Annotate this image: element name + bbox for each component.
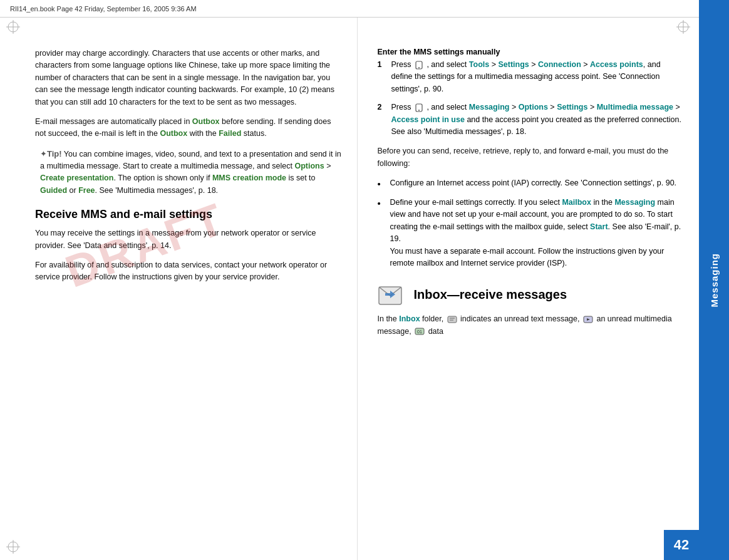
bullet-list: • Configure an Internet access point (IA…	[378, 177, 685, 269]
tip-or: or	[67, 186, 78, 195]
right-tab: Messaging	[699, 0, 729, 560]
outbox-link1[interactable]: Outbox	[192, 117, 220, 126]
tip-gt: >	[324, 162, 331, 170]
tip-block: ✦Tip! You can combine images, video, sou…	[35, 148, 342, 197]
bullet2-prefix: Define your e-mail settings correctly. I…	[390, 198, 562, 207]
right-column: Enter the MMS settings manually 1 Press …	[358, 18, 700, 560]
left-column: provider may charge accordingly. Charact…	[0, 18, 358, 560]
steps-list: 1 Press , and select Tools > Settings > …	[378, 59, 685, 138]
left-para2-mid2: with the	[187, 129, 219, 138]
step2-multimedia[interactable]: Multimedia message	[597, 103, 673, 111]
tip-text: ✦Tip! You can combine images, video, sou…	[40, 148, 342, 197]
bullet-item-2: • Define your e-mail settings correctly.…	[378, 197, 685, 269]
bullet2-mid: in the	[591, 198, 615, 207]
inbox-para: In the Inbox folder, indicates an unread…	[378, 313, 685, 338]
bullet-icon-2: •	[378, 197, 388, 210]
inbox-prefix: In the	[378, 314, 400, 323]
step1-connection[interactable]: Connection	[538, 60, 581, 69]
svg-point-13	[418, 67, 420, 68]
step1-tools[interactable]: Tools	[469, 60, 489, 69]
data-icon: 01	[415, 327, 425, 336]
bullet2-mailbox[interactable]: Mailbox	[562, 198, 591, 207]
svg-rect-18	[448, 316, 457, 323]
bullet1-text: Configure an Internet access point (IAP)…	[390, 177, 677, 189]
bullet2-messaging[interactable]: Messaging	[614, 198, 655, 207]
inbox-title: Inbox—receive messages	[414, 288, 567, 302]
step2-options[interactable]: Options	[519, 103, 548, 111]
left-para2: E-mail messages are automatically placed…	[35, 116, 342, 140]
step2-access[interactable]: Access point in use	[391, 115, 465, 124]
step1-access[interactable]: Access points	[590, 60, 643, 69]
tip-suffix: . The option is shown only if	[113, 174, 212, 182]
phone-icon-2	[415, 103, 423, 112]
step-2: 2 Press , and select Messaging > Options…	[378, 101, 685, 138]
svg-point-15	[418, 110, 420, 111]
tip-free-link[interactable]: Free	[78, 186, 95, 195]
bullet-icon-1: •	[378, 177, 388, 190]
tip-guided-link[interactable]: Guided	[40, 186, 67, 195]
tip-icon: ✦Tip!	[40, 149, 62, 158]
bullet2-start[interactable]: Start	[590, 222, 608, 231]
left-para1: provider may charge accordingly. Charact…	[35, 48, 342, 108]
unread-text-icon	[447, 315, 457, 324]
tip-options-link[interactable]: Options	[294, 162, 324, 170]
step2-settings[interactable]: Settings	[557, 103, 587, 111]
header-text: RII14_en.book Page 42 Friday, September …	[10, 5, 197, 13]
before-para: Before you can send, receive, retrieve, …	[378, 145, 685, 170]
step2-messaging[interactable]: Messaging	[469, 103, 510, 111]
header-bar: RII14_en.book Page 42 Friday, September …	[0, 0, 699, 18]
tip-create-link[interactable]: Create presentation	[40, 174, 113, 182]
unread-multimedia-icon	[583, 315, 593, 324]
tab-label: Messaging	[709, 253, 720, 308]
left-para2-suffix: status.	[241, 129, 266, 138]
outbox-link2[interactable]: Outbox	[160, 129, 187, 138]
step1-settings[interactable]: Settings	[498, 60, 529, 69]
inbox-header: Inbox—receive messages	[378, 282, 685, 307]
main-content: provider may charge accordingly. Charact…	[0, 18, 699, 560]
enter-mms-heading: Enter the MMS settings manually	[378, 48, 685, 56]
step-1: 1 Press , and select Tools > Settings > …	[378, 59, 685, 95]
tip-suffix2: is set to	[286, 174, 316, 182]
bullet-item-1: • Configure an Internet access point (IA…	[378, 177, 685, 190]
inbox-section: Inbox—receive messages In the Inbox fold…	[378, 282, 685, 338]
inbox-icon	[378, 282, 405, 307]
inbox-link[interactable]: Inbox	[399, 314, 420, 323]
tip-end: . See 'Multimedia messages', p. 18.	[95, 186, 219, 195]
tip-mms-link[interactable]: MMS creation mode	[212, 174, 286, 182]
receive-mms-heading: Receive MMS and e-mail settings	[35, 208, 342, 221]
failed-link[interactable]: Failed	[219, 129, 241, 138]
phone-icon-1	[415, 61, 423, 70]
left-para2-prefix: E-mail messages are automatically placed…	[35, 117, 192, 126]
svg-text:01: 01	[417, 329, 422, 334]
receive-para2: For availability of and subscription to …	[35, 259, 342, 284]
receive-para1: You may receive the settings in a messag…	[35, 227, 342, 252]
